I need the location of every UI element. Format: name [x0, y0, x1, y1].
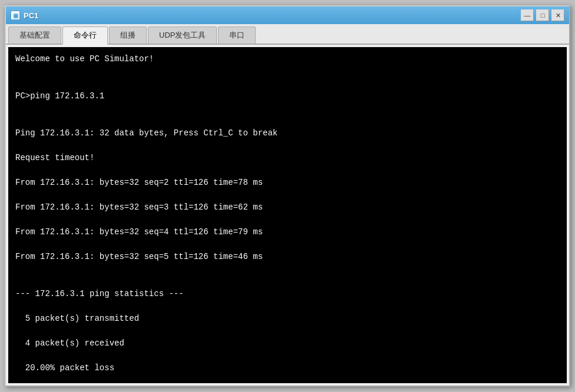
terminal-line: Request timeout!	[15, 152, 560, 164]
terminal-line	[15, 78, 560, 90]
title-bar-left: ▣ PC1	[11, 11, 38, 20]
content-area: Welcome to use PC Simulator! PC>ping 172…	[6, 45, 569, 386]
minimize-button[interactable]: —	[521, 9, 534, 21]
tab-bar: 基础配置 命令行 组播 UDP发包工具 串口	[6, 24, 569, 45]
title-bar: ▣ PC1 — □ ✕	[6, 6, 569, 24]
terminal-line: 4 packet(s) received	[15, 337, 560, 350]
terminal-line: PC>ping 172.16.3.1	[15, 90, 560, 102]
tab-udp-tool[interactable]: UDP发包工具	[148, 26, 217, 44]
title-bar-buttons: — □ ✕	[521, 9, 564, 21]
terminal-line	[15, 115, 560, 127]
tab-serial[interactable]: 串口	[218, 26, 256, 44]
terminal[interactable]: Welcome to use PC Simulator! PC>ping 172…	[8, 47, 567, 383]
tab-basic-config[interactable]: 基础配置	[8, 26, 61, 44]
terminal-line	[15, 275, 560, 288]
terminal-line: Ping 172.16.3.1: 32 data bytes, Press Ct…	[15, 127, 560, 139]
tab-command-line[interactable]: 命令行	[62, 26, 108, 45]
terminal-line: From 172.16.3.1: bytes=32 seq=5 ttl=126 …	[15, 251, 560, 263]
terminal-line: 5 packet(s) transmitted	[15, 313, 560, 325]
terminal-line: From 172.16.3.1: bytes=32 seq=3 ttl=126 …	[15, 201, 560, 214]
terminal-line: Welcome to use PC Simulator!	[15, 53, 560, 65]
window-icon: ▣	[11, 11, 20, 20]
terminal-line: 20.00% packet loss	[15, 362, 560, 374]
close-button[interactable]: ✕	[551, 9, 564, 21]
terminal-line: From 172.16.3.1: bytes=32 seq=4 ttl=126 …	[15, 226, 560, 238]
terminal-line: --- 172.16.3.1 ping statistics ---	[15, 288, 560, 300]
window-title: PC1	[24, 11, 38, 20]
terminal-line: From 172.16.3.1: bytes=32 seq=2 ttl=126 …	[15, 177, 560, 189]
tab-multicast[interactable]: 组播	[109, 26, 147, 44]
main-window: ▣ PC1 — □ ✕ 基础配置 命令行 组播 UDP发包工具 串口 Welco…	[5, 5, 570, 387]
maximize-button[interactable]: □	[536, 9, 549, 21]
